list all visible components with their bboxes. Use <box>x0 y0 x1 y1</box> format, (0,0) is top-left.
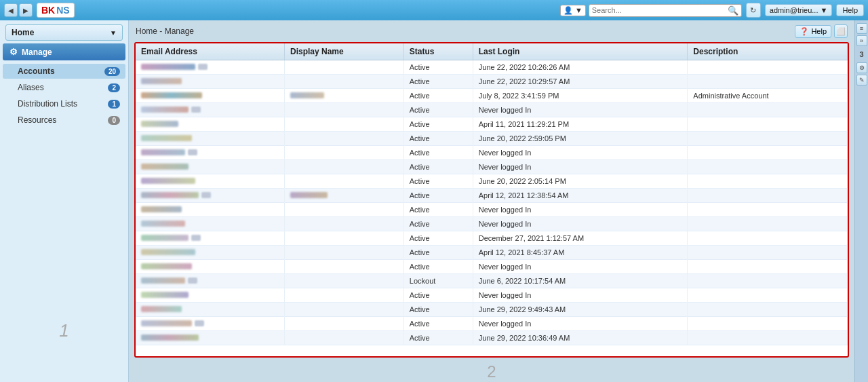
user-icon-wrap[interactable]: 👤 ▼ <box>560 5 586 16</box>
topbar: ◀ ▶ BK NS 👤 ▼ 🔍 ↻ admin@trieu... ▼ Help <box>0 0 868 20</box>
table-row[interactable]: ActiveNever logged In <box>136 160 848 174</box>
table-row[interactable]: ActiveNever logged In <box>136 288 848 303</box>
home-label: Home <box>12 28 34 37</box>
search-input-wrap: 🔍 <box>589 4 742 17</box>
right-icon-1[interactable]: ≡ <box>856 23 867 34</box>
email-cell <box>136 331 285 345</box>
table-row[interactable]: ActiveNever logged In <box>136 103 848 117</box>
email-cell <box>136 274 285 288</box>
status-cell: Active <box>403 317 473 331</box>
status-cell: Lockout <box>403 274 473 288</box>
content-area: Home - Manage ❓ Help ⬜ Email Address Dis… <box>129 20 854 382</box>
home-dropdown[interactable]: Home ▼ <box>5 24 123 41</box>
nav-forward-button[interactable]: ▶ <box>19 3 33 17</box>
lastlogin-cell: June 6, 2022 10:17:54 AM <box>473 274 688 288</box>
description-cell <box>688 246 848 260</box>
status-cell: Active <box>403 189 473 203</box>
table-row[interactable]: ActiveJune 29, 2022 10:36:49 AM <box>136 331 848 345</box>
table-row[interactable]: ActiveJune 22, 2022 10:29:57 AM <box>136 75 848 89</box>
lastlogin-cell: June 22, 2022 10:26:26 AM <box>473 60 688 75</box>
content-action-icon[interactable]: ⬜ <box>834 24 848 38</box>
description-cell <box>688 231 848 246</box>
help-button[interactable]: Help <box>836 4 864 16</box>
sidebar-item-accounts[interactable]: Accounts 20 <box>3 64 125 79</box>
lastlogin-cell: Never logged In <box>473 260 688 274</box>
bottom-label: 2 <box>487 362 496 381</box>
email-cell <box>136 174 285 189</box>
lastlogin-cell: June 22, 2022 10:29:57 AM <box>473 75 688 89</box>
displayname-cell <box>285 317 404 331</box>
displayname-cell <box>285 203 404 217</box>
right-icon-3[interactable]: ⚙ <box>856 62 867 73</box>
lastlogin-cell: Never logged In <box>473 288 688 303</box>
displayname-cell <box>285 260 404 274</box>
email-cell <box>136 246 285 260</box>
search-input[interactable] <box>592 6 728 14</box>
lastlogin-cell: Never logged In <box>473 217 688 231</box>
email-cell <box>136 132 285 146</box>
displayname-cell <box>285 217 404 231</box>
content-help-button[interactable]: ❓ Help <box>795 25 831 38</box>
table-row[interactable]: ActiveNever logged In <box>136 217 848 231</box>
manage-label: Manage <box>22 47 52 57</box>
sidebar-item-distribution-lists[interactable]: Distribution Lists 1 <box>3 96 125 111</box>
lastlogin-cell: April 11, 2021 11:29:21 PM <box>473 117 688 132</box>
status-cell: Active <box>403 146 473 160</box>
table-row[interactable]: ActiveNever logged In <box>136 203 848 217</box>
description-cell <box>688 303 848 317</box>
lastlogin-cell: July 8, 2022 3:41:59 PM <box>473 89 688 103</box>
col-displayname: Display Name <box>285 43 404 60</box>
email-cell <box>136 146 285 160</box>
lastlogin-cell: June 20, 2022 2:05:14 PM <box>473 174 688 189</box>
col-email: Email Address <box>136 43 285 60</box>
displayname-cell <box>285 303 404 317</box>
manage-item[interactable]: ⚙ Manage <box>3 43 125 60</box>
status-cell: Active <box>403 246 473 260</box>
right-icon-4[interactable]: ✎ <box>856 75 867 85</box>
table-row[interactable]: ActiveNever logged In <box>136 146 848 160</box>
displayname-cell <box>285 117 404 132</box>
table-row[interactable]: ActiveJune 20, 2022 2:05:14 PM <box>136 174 848 189</box>
user-icon: 👤 <box>564 6 573 15</box>
right-icon-2[interactable]: » <box>856 35 867 46</box>
admin-label[interactable]: admin@trieu... ▼ <box>765 4 833 16</box>
sidebar-item-resources[interactable]: Resources 0 <box>3 113 125 128</box>
search-button[interactable]: 🔍 <box>728 5 738 16</box>
refresh-button[interactable]: ↻ <box>746 3 761 18</box>
displayname-cell <box>285 174 404 189</box>
table-row[interactable]: ActiveDecember 27, 2021 1:12:57 AM <box>136 231 848 246</box>
table-row[interactable]: ActiveApril 11, 2021 11:29:21 PM <box>136 117 848 132</box>
table-row[interactable]: ActiveJuly 8, 2022 3:41:59 PMAdministrat… <box>136 89 848 103</box>
status-cell: Active <box>403 217 473 231</box>
email-cell <box>136 231 285 246</box>
table-row[interactable]: LockoutJune 6, 2022 10:17:54 AM <box>136 274 848 288</box>
aliases-label: Aliases <box>18 83 44 92</box>
accounts-label: Accounts <box>18 66 55 76</box>
email-cell <box>136 303 285 317</box>
table-row[interactable]: ActiveNever logged In <box>136 260 848 274</box>
right-number: 3 <box>859 50 863 58</box>
table-row[interactable]: ActiveApril 12, 2021 8:45:37 AM <box>136 246 848 260</box>
logo-bk: BK <box>41 5 55 16</box>
user-dropdown-arrow: ▼ <box>575 6 583 14</box>
displayname-cell <box>285 132 404 146</box>
status-cell: Active <box>403 203 473 217</box>
sidebar: Home ▼ ⚙ Manage Accounts 20 Aliases 2 Di… <box>0 20 129 382</box>
table-row[interactable]: ActiveApril 12, 2021 12:38:54 AM <box>136 189 848 203</box>
description-cell <box>688 203 848 217</box>
sidebar-item-aliases[interactable]: Aliases 2 <box>3 80 125 95</box>
nav-back-button[interactable]: ◀ <box>4 3 18 17</box>
lastlogin-cell: June 29, 2022 10:36:49 AM <box>473 331 688 345</box>
accounts-table: Email Address Display Name Status Last L… <box>136 43 848 345</box>
status-cell: Active <box>403 331 473 345</box>
table-header-row: Email Address Display Name Status Last L… <box>136 43 848 60</box>
table-row[interactable]: ActiveJune 20, 2022 2:59:05 PM <box>136 132 848 146</box>
table-row[interactable]: ActiveJune 29, 2022 9:49:43 AM <box>136 303 848 317</box>
bottom-area: 2 <box>129 362 854 382</box>
lastlogin-cell: Never logged In <box>473 103 688 117</box>
lastlogin-cell: Never logged In <box>473 160 688 174</box>
displayname-cell <box>285 89 404 103</box>
table-row[interactable]: ActiveNever logged In <box>136 317 848 331</box>
table-row[interactable]: ActiveJune 22, 2022 10:26:26 AM <box>136 60 848 75</box>
breadcrumb: Home - Manage <box>136 26 194 36</box>
